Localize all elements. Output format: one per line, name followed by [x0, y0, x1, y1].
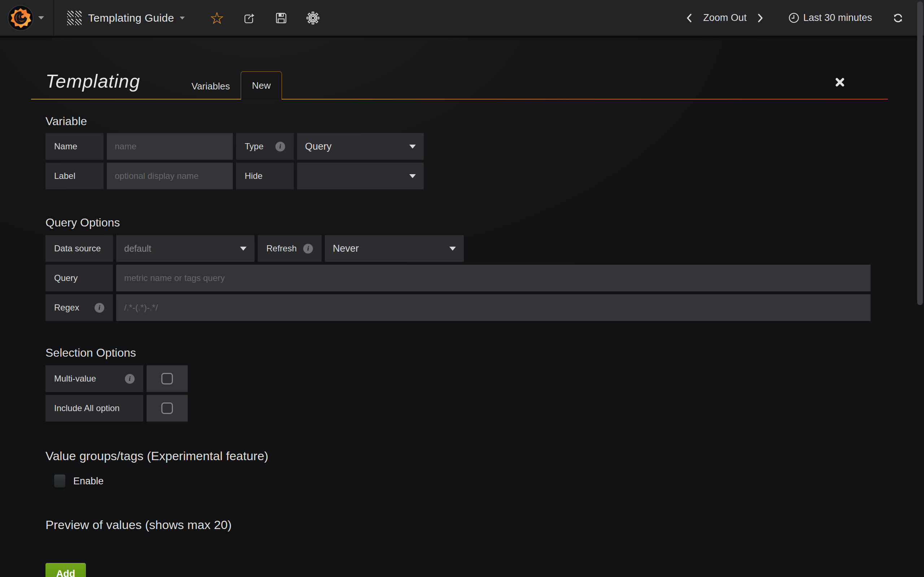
- name-label: Name: [45, 133, 103, 160]
- time-range-label: Last 30 minutes: [803, 12, 872, 23]
- regex-input[interactable]: [116, 294, 871, 321]
- checkbox-icon: [162, 403, 173, 414]
- time-shift-back-button[interactable]: [685, 13, 694, 23]
- variable-section: Variable Name Type Query Label Hide: [45, 115, 871, 189]
- tab-new[interactable]: New: [241, 71, 282, 100]
- query-options-section: Query Options Data source default Refres…: [45, 216, 871, 321]
- zoom-out-button[interactable]: Zoom Out: [703, 12, 746, 23]
- regex-label: Regex: [45, 294, 113, 321]
- chevron-down-icon: [409, 145, 416, 148]
- gear-icon: [306, 11, 320, 25]
- dashboard-settings-button[interactable]: [306, 11, 320, 25]
- enable-row: Enable: [54, 475, 871, 488]
- time-range-picker[interactable]: Last 30 minutes: [788, 12, 872, 23]
- clock-icon: [788, 12, 800, 23]
- templating-editor: Templating Variables New Variable Name T…: [0, 70, 924, 577]
- include-all-checkbox[interactable]: [147, 395, 188, 422]
- checkbox-icon: [162, 373, 173, 384]
- chevron-down-icon: [409, 174, 416, 178]
- refresh-select-value: Never: [333, 243, 359, 254]
- dashboard-icon: [67, 11, 82, 25]
- share-icon: [242, 11, 256, 25]
- selection-options-section: Selection Options Multi-value Include Al…: [45, 346, 871, 422]
- info-icon[interactable]: [303, 244, 313, 253]
- include-all-label: Include All option: [45, 395, 143, 422]
- chevron-right-icon: [756, 13, 764, 23]
- hide-label: Hide: [236, 163, 294, 189]
- refresh-select[interactable]: Never: [325, 235, 464, 262]
- preview-heading: Preview of values (shows max 20): [45, 518, 871, 532]
- chevron-left-icon: [685, 13, 694, 23]
- header-underline: [31, 99, 888, 100]
- value-groups-section: Value groups/tags (Experimental feature)…: [45, 449, 871, 488]
- time-shift-forward-button[interactable]: [756, 13, 764, 23]
- type-label: Type: [236, 133, 294, 160]
- time-controls: Zoom Out Last 30 minutes: [685, 12, 924, 24]
- grafana-menu-caret-icon: [38, 16, 44, 19]
- query-options-heading: Query Options: [45, 216, 871, 229]
- dashboard-title: Templating Guide: [88, 12, 174, 24]
- chevron-down-icon: [449, 247, 456, 251]
- query-label: Query: [45, 265, 113, 292]
- dashboard-caret-icon: [180, 16, 185, 19]
- share-dashboard-button[interactable]: [242, 11, 256, 25]
- tab-variables[interactable]: Variables: [181, 73, 241, 100]
- dashboard-toolbar: ☆: [209, 10, 320, 26]
- page-title: Templating: [45, 70, 140, 92]
- enable-label: Enable: [73, 475, 103, 487]
- variable-heading: Variable: [45, 115, 871, 128]
- refresh-label: Refresh: [258, 235, 321, 262]
- info-icon[interactable]: [125, 374, 135, 384]
- info-icon[interactable]: [95, 303, 104, 313]
- label-input[interactable]: [107, 163, 233, 189]
- datasource-select-value: default: [124, 243, 151, 254]
- hide-select[interactable]: [297, 163, 424, 189]
- save-icon: [274, 11, 288, 25]
- name-input[interactable]: [107, 133, 233, 160]
- type-select[interactable]: Query: [297, 133, 424, 160]
- label-label: Label: [45, 163, 103, 189]
- templating-header: Templating Variables New: [31, 70, 888, 100]
- close-icon: [835, 77, 845, 88]
- info-icon[interactable]: [275, 142, 285, 152]
- save-dashboard-button[interactable]: [274, 11, 288, 25]
- star-icon: ☆: [209, 10, 224, 26]
- refresh-dashboard-button[interactable]: [892, 12, 904, 24]
- templating-tabs: Variables New: [181, 70, 281, 100]
- top-navbar: Templating Guide ☆: [0, 0, 924, 38]
- query-input[interactable]: [116, 265, 871, 292]
- dashboard-picker[interactable]: Templating Guide: [54, 0, 198, 36]
- grafana-logo-icon: [7, 5, 34, 31]
- grafana-menu-button[interactable]: [0, 0, 54, 36]
- multi-value-label: Multi-value: [45, 365, 143, 392]
- multi-value-checkbox[interactable]: [147, 365, 188, 392]
- refresh-icon: [892, 12, 904, 24]
- preview-section: Preview of values (shows max 20): [45, 518, 871, 532]
- value-groups-heading: Value groups/tags (Experimental feature): [45, 449, 871, 463]
- close-templating-button[interactable]: [835, 77, 845, 89]
- datasource-select[interactable]: default: [116, 235, 254, 262]
- star-dashboard-button[interactable]: ☆: [209, 10, 224, 26]
- chevron-down-icon: [240, 247, 247, 251]
- datasource-label: Data source: [45, 235, 113, 262]
- add-variable-button[interactable]: Add: [45, 563, 86, 577]
- type-select-value: Query: [305, 141, 332, 152]
- enable-checkbox[interactable]: [54, 475, 65, 488]
- scrollbar-thumb[interactable]: [917, 2, 923, 305]
- selection-options-heading: Selection Options: [45, 346, 871, 359]
